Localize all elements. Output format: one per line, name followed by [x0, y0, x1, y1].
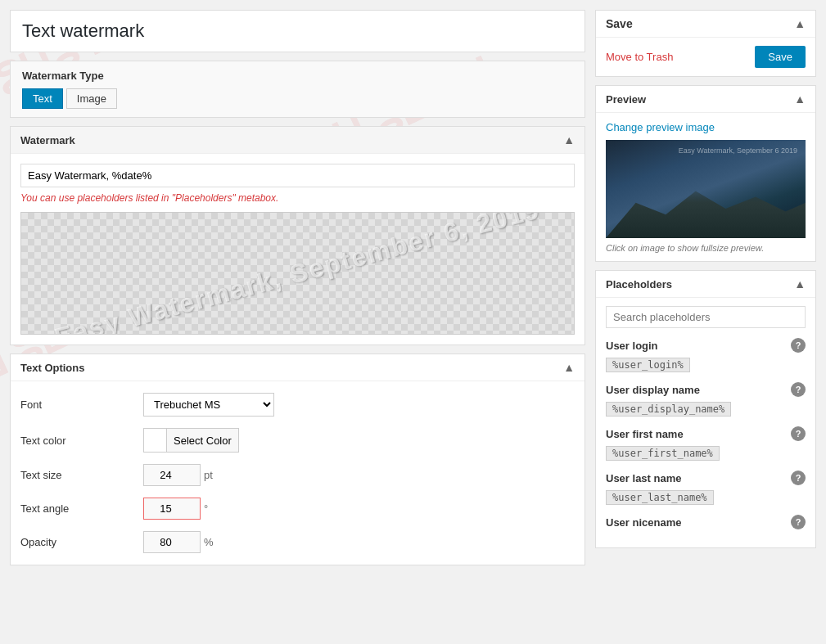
group-label-nicename: User nicename — [606, 516, 682, 529]
save-panel-header: Save ▲ — [596, 11, 815, 38]
placeholder-group-title-display-name: User display name ? — [606, 382, 806, 397]
group-label-last-name: User last name — [606, 472, 682, 484]
opacity-group: % — [143, 531, 575, 553]
preview-panel-header: Preview ▲ — [596, 86, 815, 113]
save-button[interactable]: Save — [755, 46, 806, 68]
placeholder-group-nicename: User nicename ? — [606, 515, 806, 529]
save-panel-title: Save — [606, 17, 633, 30]
placeholder-group-title-first-name: User first name ? — [606, 426, 806, 441]
font-label: Font — [20, 399, 135, 411]
preview-caption: Click on image to show fullsize preview. — [606, 243, 806, 253]
watermark-overlay-text: Easy Watermark, September 6, 2019 — [52, 212, 544, 335]
text-color-group: Select Color — [143, 428, 575, 453]
placeholder-group-first-name: User first name ? %user_first_name% — [606, 426, 806, 461]
watermark-type-label: Watermark Type — [22, 70, 573, 82]
opacity-input[interactable] — [143, 531, 201, 553]
watermark-collapse-arrow[interactable]: ▲ — [563, 133, 575, 146]
placeholder-tag-first-name[interactable]: %user_first_name% — [606, 446, 720, 461]
preview-body: Change preview image Easy Watermark, Sep… — [596, 113, 815, 261]
text-options-header: Text Options ▲ — [11, 354, 585, 381]
placeholder-group-title-user-login: User login ? — [606, 338, 806, 353]
preview-panel-title: Preview — [606, 93, 646, 106]
opacity-unit: % — [204, 536, 214, 548]
watermark-panel-title: Watermark — [20, 134, 75, 146]
group-label-user-login: User login — [606, 340, 658, 352]
watermark-panel: Watermark ▲ You can use placeholders lis… — [10, 126, 585, 345]
placeholders-panel-title: Placeholders — [606, 278, 672, 290]
placeholder-hint: You can use placeholders listed in "Plac… — [20, 192, 575, 204]
text-color-label: Text color — [20, 435, 135, 447]
text-angle-group: ° — [143, 498, 575, 520]
help-icon-nicename[interactable]: ? — [791, 515, 806, 529]
watermark-panel-header: Watermark ▲ — [11, 127, 585, 154]
text-angle-input[interactable] — [143, 498, 201, 520]
search-placeholders-input[interactable] — [606, 306, 806, 328]
font-select[interactable]: Trebuchet MS Arial Times New Roman Georg… — [143, 393, 274, 417]
text-options-title: Text Options — [20, 362, 84, 374]
placeholder-group-title-last-name: User last name ? — [606, 471, 806, 485]
group-label-display-name: User display name — [606, 384, 700, 396]
save-body: Move to Trash Save — [596, 38, 815, 76]
page-title-box: Text watermark — [10, 10, 585, 52]
placeholder-tag-display-name[interactable]: %user_display_name% — [606, 402, 731, 417]
watermark-panel-body: You can use placeholders listed in "Plac… — [11, 154, 585, 345]
preview-timestamp: Easy Watermark, September 6 2019 — [679, 146, 797, 155]
preview-mountain — [606, 179, 806, 238]
opacity-label: Opacity — [20, 536, 135, 548]
placeholders-panel: Placeholders ▲ User login ? %user_login%… — [595, 270, 816, 548]
change-preview-link[interactable]: Change preview image — [606, 121, 806, 133]
preview-image-inner: Easy Watermark, September 6 2019 — [606, 140, 806, 238]
placeholders-panel-header: Placeholders ▲ — [596, 271, 815, 298]
help-icon-user-login[interactable]: ? — [791, 338, 806, 353]
placeholder-group-user-login: User login ? %user_login% — [606, 338, 806, 372]
text-size-input[interactable] — [143, 464, 201, 486]
image-type-button[interactable]: Image — [66, 88, 117, 109]
select-color-button[interactable]: Select Color — [143, 428, 239, 453]
group-label-first-name: User first name — [606, 428, 684, 440]
text-options-panel: Text Options ▲ Font Trebuchet MS Arial T… — [10, 354, 585, 565]
type-buttons: Text Image — [22, 88, 573, 109]
main-column: Text watermark Watermark Type Text Image… — [10, 10, 585, 565]
preview-image-box[interactable]: Easy Watermark, September 6 2019 — [606, 140, 806, 238]
text-angle-unit: ° — [204, 502, 208, 515]
placeholder-tag-last-name[interactable]: %user_last_name% — [606, 490, 714, 505]
help-icon-last-name[interactable]: ? — [791, 471, 806, 485]
font-select-group: Trebuchet MS Arial Times New Roman Georg… — [143, 393, 575, 417]
placeholders-collapse-arrow[interactable]: ▲ — [794, 277, 806, 290]
move-to-trash-link[interactable]: Move to Trash — [606, 51, 673, 63]
page-title: Text watermark — [22, 20, 573, 42]
watermark-type-section: Watermark Type Text Image — [10, 61, 585, 118]
preview-collapse-arrow[interactable]: ▲ — [794, 92, 806, 106]
text-size-group: pt — [143, 464, 575, 486]
text-angle-label: Text angle — [20, 502, 135, 515]
placeholders-body: User login ? %user_login% User display n… — [596, 298, 815, 547]
placeholder-group-title-nicename: User nicename ? — [606, 515, 806, 529]
text-type-button[interactable]: Text — [22, 88, 63, 109]
watermark-text-input[interactable] — [20, 164, 575, 187]
save-panel: Save ▲ Move to Trash Save — [595, 10, 816, 77]
preview-panel: Preview ▲ Change preview image Easy Wate… — [595, 85, 816, 262]
select-color-label: Select Color — [167, 429, 238, 452]
color-swatch — [144, 429, 167, 452]
watermark-text-overlay: Easy Watermark, September 6, 2019 — [21, 213, 574, 334]
text-options-collapse-arrow[interactable]: ▲ — [563, 361, 575, 374]
save-collapse-arrow[interactable]: ▲ — [794, 17, 806, 30]
sidebar-column: Save ▲ Move to Trash Save Preview ▲ Chan… — [595, 10, 816, 565]
help-icon-display-name[interactable]: ? — [791, 382, 806, 397]
placeholder-tag-user-login[interactable]: %user_login% — [606, 358, 690, 372]
text-options-grid: Font Trebuchet MS Arial Times New Roman … — [11, 381, 585, 565]
placeholder-group-display-name: User display name ? %user_display_name% — [606, 382, 806, 417]
placeholder-group-last-name: User last name ? %user_last_name% — [606, 471, 806, 505]
watermark-preview-area: Easy Watermark, September 6, 2019 — [20, 212, 575, 335]
text-size-unit: pt — [204, 469, 213, 481]
help-icon-first-name[interactable]: ? — [791, 426, 806, 441]
text-size-label: Text size — [20, 469, 135, 481]
